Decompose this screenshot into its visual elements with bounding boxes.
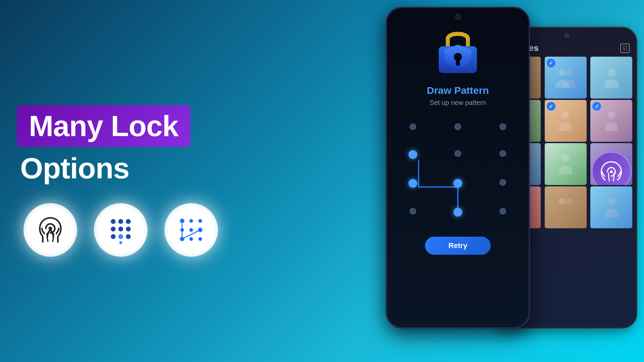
dot-3-2[interactable] [499,208,506,215]
svg-point-39 [559,198,566,205]
dot-1-1[interactable] [454,150,461,157]
photo-9[interactable] [590,143,632,185]
svg-point-3 [126,219,130,224]
svg-point-1 [111,219,115,224]
fingerprint-icon [35,215,65,245]
title-line1: Many Lock [29,111,178,141]
title-banner: Many Lock [17,105,191,147]
svg-point-7 [111,234,115,239]
svg-point-4 [111,227,115,231]
svg-point-2 [118,219,123,224]
dot-0-2[interactable] [499,123,506,130]
svg-point-0 [49,227,52,230]
svg-point-37 [610,170,613,173]
svg-point-32 [608,111,615,119]
svg-point-12 [190,219,193,223]
svg-point-31 [562,111,569,119]
svg-point-28 [607,69,615,77]
svg-point-40 [566,198,573,205]
photo-12[interactable] [590,186,632,228]
photo-2[interactable] [545,57,587,99]
lock-icon [436,26,480,75]
svg-point-9 [126,234,130,239]
phone-front: Draw Pattern Set up new pattern [386,7,530,328]
svg-point-10 [119,241,122,244]
title-line2: Options [17,154,225,183]
fingerprint-overlay-icon [597,158,626,185]
svg-point-13 [199,219,202,223]
pattern-lock-icon [176,215,206,245]
svg-rect-44 [456,60,460,66]
dot-3-1[interactable] [453,208,462,217]
pin-circle [94,203,148,257]
svg-point-35 [562,155,569,162]
dot-3-0[interactable] [410,208,416,215]
select-all-checkbox[interactable]: ☑ [620,44,630,53]
dot-1-2[interactable] [499,150,506,157]
icon-circles-container [17,203,225,257]
svg-point-27 [566,69,573,76]
pin-icon [106,215,136,245]
retry-button[interactable]: Retry [425,237,491,255]
phones-container: Pictures ☑ [275,0,644,362]
draw-pattern-subtitle: Set up new pattern [387,99,529,107]
pattern-area [387,123,529,217]
dot-2-2[interactable] [499,179,506,186]
dot-0-1[interactable] [454,123,461,130]
photo-3[interactable] [590,57,632,99]
svg-point-46 [466,37,470,41]
svg-point-8 [118,234,123,239]
svg-point-6 [126,227,130,231]
left-section: Many Lock Options [17,105,225,257]
svg-point-19 [199,237,202,241]
svg-point-45 [446,37,450,41]
pattern-circle [164,203,218,257]
draw-pattern-title: Draw Pattern [387,85,529,96]
lock-icon-container [387,26,529,75]
photo-6[interactable] [590,100,632,142]
svg-point-15 [190,228,193,232]
photo-11[interactable] [545,186,587,228]
dot-1-0[interactable] [409,150,417,159]
svg-point-41 [608,198,615,205]
dot-2-0[interactable] [409,179,417,188]
svg-point-26 [559,69,566,76]
svg-point-18 [190,237,193,241]
front-phone-camera [455,14,461,19]
svg-point-5 [118,227,123,231]
back-phone-camera [565,33,569,38]
pattern-grid [400,123,515,217]
photo-8[interactable] [545,143,587,185]
fingerprint-circle [23,203,77,257]
dot-2-1[interactable] [453,179,462,188]
photo-5[interactable] [545,100,587,142]
dot-0-0[interactable] [410,123,416,130]
